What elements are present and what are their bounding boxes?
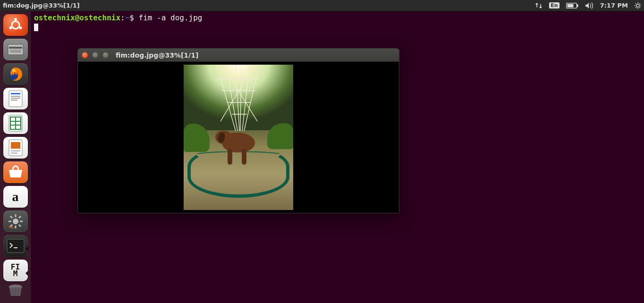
svg-rect-43 <box>7 239 24 252</box>
launcher-terminal[interactable] <box>3 235 28 257</box>
battery-icon[interactable] <box>566 3 578 8</box>
svg-rect-24 <box>11 100 17 101</box>
volume-icon[interactable] <box>585 2 593 9</box>
svg-rect-18 <box>10 50 21 53</box>
svg-rect-32 <box>11 150 20 152</box>
amazon-glyph: a <box>12 189 19 204</box>
svg-line-42 <box>19 216 21 218</box>
svg-line-39 <box>10 216 12 218</box>
session-gear-icon[interactable] <box>635 2 641 9</box>
svg-line-50 <box>226 65 237 131</box>
launcher-trash[interactable] <box>6 284 25 299</box>
svg-line-11 <box>640 3 640 4</box>
terminal-cursor <box>34 24 38 31</box>
fim-glyph: FI M <box>11 264 20 277</box>
launcher-libreoffice-impress[interactable] <box>3 137 28 159</box>
svg-rect-1 <box>577 4 578 7</box>
clock[interactable]: 7:17 PM <box>600 2 628 9</box>
top-menubar: fim:dog.jpg@33%[1/1] En 7:17 PM <box>0 0 644 11</box>
svg-line-49 <box>217 65 236 131</box>
fim-window-title: fim:dog.jpg@33%[1/1] <box>116 51 198 59</box>
launcher-files[interactable] <box>3 39 28 60</box>
launcher-dash[interactable] <box>3 14 28 36</box>
launcher-active-arrow-icon <box>25 270 28 276</box>
svg-rect-23 <box>11 98 20 99</box>
terminal-prompt-line: ostechnix@ostechnix:~$ fim -a dog.jpg <box>34 13 641 22</box>
svg-rect-33 <box>11 152 17 154</box>
launcher-amazon[interactable]: a <box>3 186 28 208</box>
launcher-firefox[interactable] <box>3 63 28 85</box>
window-maximize-button[interactable] <box>102 52 109 59</box>
svg-rect-21 <box>11 93 20 94</box>
svg-point-12 <box>12 21 19 29</box>
prompt-command: fim -a dog.jpg <box>139 13 203 22</box>
prompt-user-host: ostechnix@ostechnix <box>34 13 120 22</box>
status-indicators: En 7:17 PM <box>535 2 641 9</box>
svg-point-3 <box>636 4 639 7</box>
svg-rect-22 <box>11 96 20 97</box>
svg-point-13 <box>14 18 17 21</box>
launcher-libreoffice-writer[interactable] <box>3 88 28 109</box>
launcher-fim[interactable]: FI M <box>3 260 28 281</box>
window-title: fim:dog.jpg@33%[1/1] <box>3 2 80 9</box>
svg-line-56 <box>220 65 254 121</box>
svg-line-55 <box>222 65 257 121</box>
fim-window[interactable]: fim:dog.jpg@33%[1/1] <box>77 48 399 213</box>
svg-line-9 <box>640 7 640 8</box>
fim-content <box>78 62 399 213</box>
launcher-active-arrow-icon <box>25 246 28 252</box>
displayed-image <box>184 65 293 210</box>
network-icon[interactable] <box>535 2 542 9</box>
svg-line-40 <box>19 225 21 227</box>
svg-line-10 <box>636 7 636 8</box>
prompt-path: ~ <box>125 13 130 22</box>
svg-rect-31 <box>11 142 20 149</box>
fim-titlebar[interactable]: fim:dog.jpg@33%[1/1] <box>78 49 399 62</box>
launcher-ubuntu-software[interactable] <box>3 161 28 183</box>
svg-line-52 <box>240 65 241 131</box>
keyboard-indicator[interactable]: En <box>549 2 559 8</box>
svg-rect-2 <box>567 4 573 7</box>
launcher-libreoffice-calc[interactable] <box>3 112 28 134</box>
svg-point-34 <box>13 219 18 224</box>
launcher-settings[interactable] <box>3 210 28 232</box>
window-close-button[interactable] <box>82 52 88 59</box>
unity-launcher: a FI M <box>0 11 31 303</box>
window-minimize-button[interactable] <box>92 52 99 59</box>
svg-line-51 <box>236 65 239 131</box>
svg-point-15 <box>19 26 22 29</box>
svg-line-8 <box>636 3 636 4</box>
svg-point-14 <box>9 26 12 29</box>
svg-rect-17 <box>9 47 22 49</box>
